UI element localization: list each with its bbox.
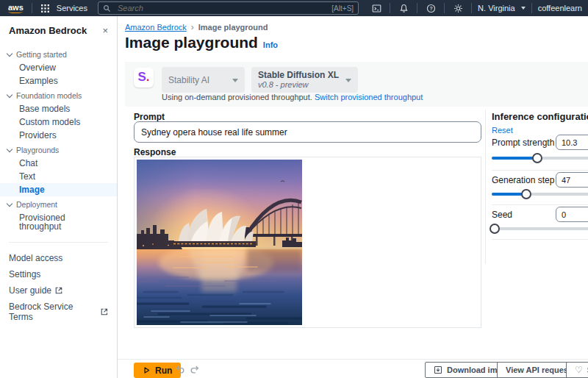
page-title-text: Image playground [125,34,258,51]
prompt-strength-slider[interactable] [492,157,588,160]
services-menu[interactable]: Services [38,4,87,13]
slider-handle[interactable] [532,153,542,163]
footer-divider [118,359,588,360]
prompt-strength-label: Prompt strength [492,138,554,148]
slider-handle[interactable] [521,189,531,199]
provider-value: Stability AI [168,75,209,85]
download-icon [434,365,442,374]
search-input[interactable] [116,3,327,13]
sidebar-item-base-models[interactable]: Base models [0,102,117,115]
nav-group-label: Deployment [16,200,57,209]
grid-icon [38,4,53,13]
sidebar-item-image[interactable]: Image [0,183,117,196]
switch-throughput-link[interactable]: Switch provisioned throughput [315,93,423,101]
save-button[interactable]: ♡ Sa [566,362,588,378]
seed-label: Seed [492,210,512,220]
seed-value[interactable] [556,207,588,222]
cloudshell-icon[interactable] [369,4,384,13]
chevron-down-icon [521,7,526,10]
redo-icon [190,364,200,374]
aws-logo[interactable]: aws [6,3,26,14]
nav-group-getting-started[interactable]: Getting started [0,46,117,61]
nav-divider [390,3,390,13]
title-info-link[interactable]: Info [263,40,278,49]
inference-config-title: Inference configuration Info [492,111,588,122]
external-link-icon [55,287,62,294]
breadcrumb-current: Image playground [198,23,268,32]
inference-title-text: Inference configuration [492,111,588,122]
seed-slider[interactable] [492,227,588,230]
close-icon[interactable]: × [102,26,108,35]
global-search[interactable]: [Alt+S] [98,1,359,15]
sidebar-item-model-access[interactable]: Model access [0,250,117,266]
sidebar-divider [9,242,108,243]
config-divider [492,239,588,240]
nav-group-playgrounds[interactable]: Playgrounds [0,142,117,157]
undo-button[interactable] [175,364,185,377]
inference-configuration-panel: Inference configuration Info Reset Promp… [485,110,588,264]
config-divider [492,170,588,171]
model-name: Stable Diffusion XL [258,71,339,80]
side-nav-list: Getting started Overview Examples Founda… [0,46,117,325]
help-icon[interactable]: ? [423,4,438,13]
main-content: Amazon Bedrock › Image playground Image … [118,16,588,378]
side-nav-title: Amazon Bedrock [9,25,87,36]
generated-image [137,160,302,325]
redo-button[interactable] [190,364,200,377]
sidebar-item-custom-models[interactable]: Custom models [0,115,117,129]
account-label: coffeenlearn [538,4,582,13]
breadcrumb-link-bedrock[interactable]: Amazon Bedrock [125,23,187,32]
breadcrumb-separator-icon: › [191,22,194,32]
play-icon [143,366,151,374]
sidebar-item-overview[interactable]: Overview [0,61,117,74]
prompt-input[interactable] [134,121,481,143]
external-link-icon [101,308,108,315]
heart-icon: ♡ [575,365,583,375]
nav-divider [417,3,417,13]
slider-handle[interactable] [490,224,500,234]
nav-divider [444,3,445,13]
reset-link[interactable]: Reset [492,126,513,135]
sidebar-item-examples[interactable]: Examples [0,74,117,88]
sidebar-item-user-guide[interactable]: User guide [0,282,117,299]
sidebar-item-provisioned-throughput[interactable]: Provisioned throughput [0,211,117,233]
response-container [134,157,481,328]
notifications-bell-icon[interactable] [396,4,411,13]
nav-divider [531,3,532,13]
nav-group-label: Getting started [16,50,67,59]
sidebar-item-chat[interactable]: Chat [0,157,117,170]
throughput-text: Using on-demand provisioned throughput. [162,93,315,101]
sidebar-item-text[interactable]: Text [0,170,117,183]
sidebar-item-providers[interactable]: Providers [0,129,117,142]
logo-dot: . [146,68,150,86]
logo-letter: S [137,68,146,86]
settings-gear-icon[interactable] [451,4,465,13]
link-label: Model access [9,253,62,263]
model-selector-band: S. Stability AI Stable Diffusion XL v0.8… [125,62,588,107]
side-navigation: Amazon Bedrock × Getting started Overvie… [0,16,118,378]
sidebar-item-settings[interactable]: Settings [0,266,117,282]
account-menu[interactable]: coffeenlearn [538,4,582,13]
sidebar-item-service-terms[interactable]: Bedrock Service Terms [0,299,117,325]
config-divider [492,204,588,205]
generation-step-value[interactable] [556,172,588,188]
model-dropdowns: Stability AI Stable Diffusion XL v0.8 - … [162,67,358,93]
top-navigation: aws Services [Alt+S] ? [0,0,588,16]
nav-divider [471,3,472,13]
run-button[interactable]: Run [134,363,181,378]
nav-group-deployment[interactable]: Deployment [0,196,117,211]
breadcrumb: Amazon Bedrock › Image playground [125,22,268,32]
search-shortcut: [Alt+S] [331,4,354,13]
model-select[interactable]: Stable Diffusion XL v0.8 - preview [251,67,358,93]
link-label: Bedrock Service Terms [9,302,97,322]
provider-select[interactable]: Stability AI [162,67,245,93]
nav-group-foundation-models[interactable]: Foundation models [0,88,117,102]
generation-step-slider[interactable] [492,193,588,196]
region-selector[interactable]: N. Virginia [478,4,526,13]
prompt-strength-value[interactable] [556,135,588,150]
undo-icon [175,364,185,374]
view-api-label: View API request [506,365,571,374]
slider-fill [492,157,537,160]
run-label: Run [155,365,172,376]
chevron-down-icon [7,92,12,98]
